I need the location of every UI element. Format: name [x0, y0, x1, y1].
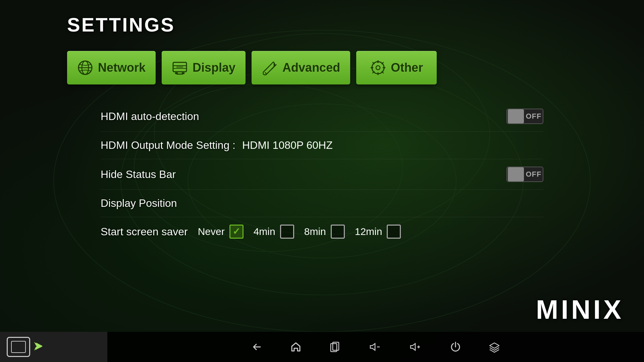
other-icon — [370, 60, 386, 76]
hdmi-output-mode-row[interactable]: HDMI Output Mode Setting : HDMI 1080P 60… — [101, 132, 543, 159]
back-button[interactable] — [251, 341, 263, 353]
tab-other-label: Other — [391, 61, 423, 75]
toggle-knob-2 — [508, 167, 524, 181]
screen-saver-4min-label: 4min — [254, 226, 275, 237]
volume-down-button[interactable] — [368, 341, 381, 353]
hide-status-bar-toggle-value: OFF — [525, 170, 543, 179]
hdmi-output-mode-value: HDMI 1080P 60HZ — [242, 139, 333, 152]
screen-saver-row: Start screen saver Never ✓ 4min 8min — [101, 217, 543, 246]
tab-network[interactable]: Network — [67, 51, 156, 84]
tab-display[interactable]: Display — [162, 51, 246, 84]
tab-advanced-label: Advanced — [282, 61, 340, 75]
hide-status-bar-label: Hide Status Bar — [101, 168, 176, 181]
hide-status-bar-toggle[interactable]: OFF — [506, 167, 543, 182]
hdmi-output-mode-label: HDMI Output Mode Setting : — [101, 139, 235, 152]
screen-saver-never-group[interactable]: Never ✓ — [198, 225, 244, 239]
display-icon — [172, 60, 188, 76]
screen-saver-content: Start screen saver Never ✓ 4min 8min — [101, 225, 401, 239]
brand-logo: MINIX — [536, 294, 624, 325]
tab-network-label: Network — [98, 61, 146, 75]
display-position-label: Display Position — [101, 197, 177, 209]
hide-status-bar-row: Hide Status Bar OFF — [101, 159, 543, 190]
volume-up-button[interactable] — [408, 341, 423, 353]
screenshot-button[interactable] — [7, 337, 30, 357]
screen-saver-8min-label: 8min — [304, 226, 326, 237]
hdmi-output-mode-content: HDMI Output Mode Setting : HDMI 1080P 60… — [101, 139, 333, 152]
advanced-icon — [262, 60, 278, 76]
screen-saver-12min-checkbox[interactable] — [387, 225, 401, 239]
home-button[interactable] — [290, 341, 302, 353]
screen-saver-label: Start screen saver — [101, 226, 188, 238]
display-position-row[interactable]: Display Position — [101, 190, 543, 217]
taskbar-left: ⮞ — [0, 332, 107, 362]
taskbar-center — [107, 341, 644, 353]
screen-saver-12min-group[interactable]: 12min — [355, 225, 401, 239]
screen-saver-never-label: Never — [198, 226, 225, 237]
recents-button[interactable] — [329, 341, 341, 353]
tab-display-label: Display — [193, 61, 235, 75]
hdmi-auto-detection-toggle-value: OFF — [525, 112, 543, 121]
page-title: SETTINGS — [67, 13, 577, 36]
settings-area: HDMI auto-detection OFF HDMI Output Mode… — [67, 101, 577, 246]
screen-saver-4min-checkbox[interactable] — [280, 225, 294, 239]
tab-other[interactable]: Other — [356, 51, 437, 84]
svg-line-10 — [265, 72, 266, 74]
power-button[interactable] — [449, 341, 462, 353]
hdmi-auto-detection-toggle[interactable]: OFF — [506, 109, 543, 124]
taskbar: ⮞ — [0, 332, 644, 362]
layers-button[interactable] — [488, 341, 500, 353]
screen-saver-12min-label: 12min — [355, 226, 382, 237]
screen-saver-8min-checkbox[interactable] — [331, 225, 345, 239]
screen-saver-never-checkbox[interactable]: ✓ — [229, 225, 244, 239]
network-icon — [77, 60, 93, 76]
hdmi-auto-detection-row: HDMI auto-detection OFF — [101, 101, 543, 132]
cursor-icon: ⮞ — [34, 341, 44, 353]
checkmark-icon: ✓ — [232, 227, 240, 236]
toggle-knob — [508, 109, 524, 123]
screenshot-icon — [11, 341, 26, 353]
svg-point-14 — [376, 66, 380, 70]
screen-saver-4min-group[interactable]: 4min — [254, 225, 294, 239]
hdmi-auto-detection-label: HDMI auto-detection — [101, 110, 199, 123]
screen-saver-8min-group[interactable]: 8min — [304, 225, 345, 239]
tabs-row: Network Display — [67, 51, 577, 84]
tab-advanced[interactable]: Advanced — [252, 51, 350, 84]
